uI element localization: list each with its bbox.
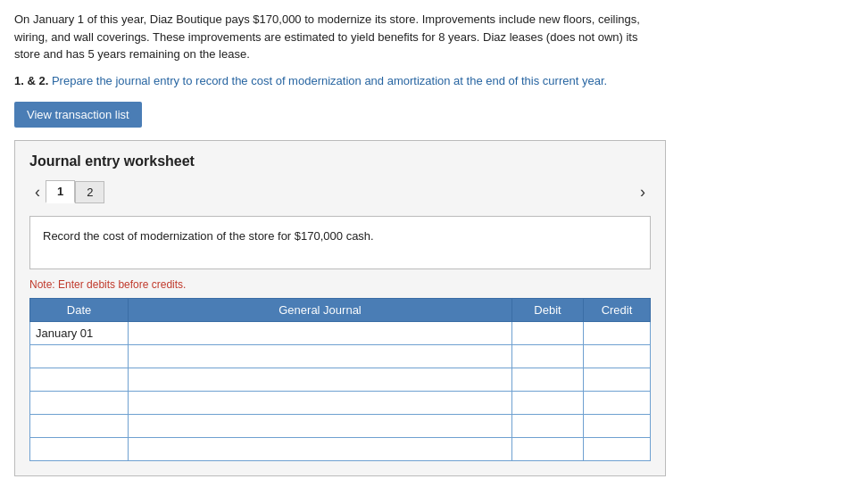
table-row — [30, 392, 651, 415]
row-6-journal-input[interactable] — [129, 438, 511, 460]
row-3-credit-input[interactable] — [584, 368, 650, 391]
row-1-date: January 01 — [30, 322, 129, 345]
row-5-debit[interactable] — [512, 415, 584, 438]
table-row — [30, 438, 651, 461]
row-6-journal[interactable] — [129, 438, 512, 461]
instruction-box: Record the cost of modernization of the … — [29, 216, 651, 269]
tab-next-arrow[interactable]: › — [635, 181, 651, 203]
table-row — [30, 368, 651, 392]
row-3-journal-input[interactable] — [129, 368, 511, 391]
question-text: 1. & 2. Prepare the journal entry to rec… — [14, 72, 666, 90]
table-row — [30, 345, 651, 368]
row-4-credit-input[interactable] — [584, 392, 650, 414]
row-5-journal-input[interactable] — [129, 415, 511, 437]
tab-prev-arrow[interactable]: ‹ — [29, 181, 46, 203]
journal-table: Date General Journal Debit Credit Januar… — [29, 298, 651, 461]
row-2-debit[interactable] — [512, 345, 584, 368]
row-5-date — [30, 415, 129, 438]
row-2-credit[interactable] — [584, 345, 651, 368]
row-2-journal[interactable] — [129, 345, 512, 368]
tab-1[interactable]: 1 — [46, 180, 75, 203]
col-header-credit: Credit — [584, 299, 651, 322]
view-transaction-button[interactable]: View transaction list — [14, 102, 142, 128]
row-6-date — [30, 438, 129, 461]
row-3-credit[interactable] — [584, 368, 651, 392]
row-1-credit-input[interactable] — [584, 322, 650, 344]
row-3-journal[interactable] — [129, 368, 512, 392]
row-4-journal[interactable] — [129, 392, 512, 415]
row-5-debit-input[interactable] — [512, 415, 583, 437]
col-header-general-journal: General Journal — [129, 299, 512, 322]
row-5-credit-input[interactable] — [584, 415, 650, 437]
row-4-debit-input[interactable] — [512, 392, 583, 414]
journal-entry-worksheet: Journal entry worksheet ‹ 1 2 › Record t… — [14, 140, 666, 476]
row-4-journal-input[interactable] — [129, 392, 511, 414]
col-header-date: Date — [30, 299, 129, 322]
row-1-debit-input[interactable] — [512, 322, 583, 344]
row-2-journal-input[interactable] — [129, 345, 511, 368]
row-3-debit-input[interactable] — [512, 368, 583, 391]
row-6-debit[interactable] — [512, 438, 584, 461]
row-1-journal-input[interactable] — [129, 322, 511, 344]
row-4-date — [30, 392, 129, 415]
row-6-credit-input[interactable] — [584, 438, 650, 460]
tab-2[interactable]: 2 — [75, 181, 104, 203]
row-4-debit[interactable] — [512, 392, 584, 415]
note-text: Note: Enter debits before credits. — [29, 278, 651, 291]
intro-paragraph: On January 1 of this year, Diaz Boutique… — [14, 11, 666, 63]
row-2-credit-input[interactable] — [584, 345, 650, 368]
row-6-credit[interactable] — [584, 438, 651, 461]
col-header-debit: Debit — [512, 299, 584, 322]
row-6-debit-input[interactable] — [512, 438, 583, 460]
row-5-journal[interactable] — [129, 415, 512, 438]
worksheet-title: Journal entry worksheet — [29, 153, 651, 169]
table-row: January 01 — [30, 322, 651, 345]
row-1-credit[interactable] — [584, 322, 651, 345]
row-3-debit[interactable] — [512, 368, 584, 392]
question-highlight: Prepare the journal entry to record the … — [52, 74, 607, 87]
row-1-journal[interactable] — [129, 322, 512, 345]
row-2-date — [30, 345, 129, 368]
tab-navigation: ‹ 1 2 › — [29, 180, 651, 203]
row-1-debit[interactable] — [512, 322, 584, 345]
question-label: 1. & 2. — [14, 74, 48, 87]
row-4-credit[interactable] — [584, 392, 651, 415]
row-3-date — [30, 368, 129, 392]
row-2-debit-input[interactable] — [512, 345, 583, 368]
row-5-credit[interactable] — [584, 415, 651, 438]
table-row — [30, 415, 651, 438]
